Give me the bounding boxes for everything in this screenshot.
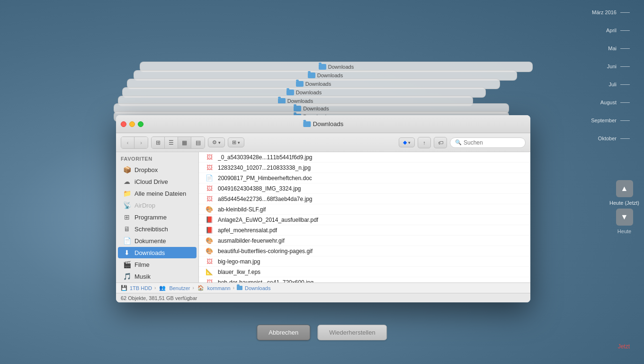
file-item[interactable]: 🎨 beautiful-butterflies-coloring-pages.g… bbox=[199, 246, 530, 256]
scroll-down-button[interactable]: ▼ bbox=[616, 209, 633, 226]
file-item[interactable]: 📕 Anlage2A_EuWO_2014_ausfuellbar.pdf bbox=[199, 215, 530, 225]
file-icon-jpg: 🖼 bbox=[205, 279, 214, 282]
breadcrumb-user[interactable]: kornmann bbox=[207, 285, 231, 291]
sidebar-label-musik: Musik bbox=[134, 273, 151, 280]
sidebar-item-programme[interactable]: ⊞ Programme bbox=[118, 211, 197, 223]
arrange-button[interactable]: ⊞ ▾ bbox=[228, 137, 244, 147]
file-item[interactable]: 🖼 big-lego-man.jpg bbox=[199, 256, 530, 267]
file-name: _0_a543039428e...111b5441f6d9.jpg bbox=[218, 154, 313, 161]
wiederherstellen-button[interactable]: Wiederherstellen bbox=[317, 325, 387, 340]
sidebar-item-icloud[interactable]: ☁ iCloud Drive bbox=[118, 176, 197, 187]
file-name: 12832340_10207...210833338_n.jpg bbox=[218, 164, 311, 171]
timeline-label-juli: Juli bbox=[608, 82, 617, 87]
benutzer-icon: 👥 bbox=[158, 285, 167, 291]
timeline-label-mai: Mai bbox=[608, 46, 617, 51]
action-menu-button[interactable]: ⚙ ▾ bbox=[208, 137, 225, 147]
file-item[interactable]: 🎨 ab-kleinbild-SLF.gif bbox=[199, 204, 530, 215]
timeline-item: Oktober bbox=[587, 136, 644, 141]
cover-flow-button[interactable]: ▤ bbox=[191, 137, 205, 148]
hdd-icon: 💾 bbox=[121, 285, 127, 291]
dropbox-icon: 📦 bbox=[123, 166, 131, 173]
desktop-icon: 🖥 bbox=[123, 225, 131, 233]
abbrechen-button[interactable]: Abbrechen bbox=[257, 325, 310, 340]
sidebar-item-musik[interactable]: 🎵 Musik bbox=[118, 271, 197, 282]
folder-icon bbox=[308, 73, 315, 78]
back-button[interactable]: ‹ bbox=[121, 137, 134, 148]
timeline-label-april: April bbox=[606, 27, 617, 33]
breadcrumb-hdd[interactable]: 1TB HDD bbox=[130, 285, 152, 291]
breadcrumb-benutzer[interactable]: Benutzer bbox=[169, 285, 190, 291]
arrange-icon: ⊞ bbox=[232, 139, 236, 146]
timeline-label-september: September bbox=[591, 118, 617, 123]
file-icon-jpg: 🖼 bbox=[205, 195, 214, 202]
downloads-folder-icon bbox=[237, 286, 242, 290]
dropbox-share-button[interactable]: ◆ ▾ bbox=[399, 137, 415, 147]
gear-icon: ⚙ bbox=[212, 139, 217, 146]
timeline-line bbox=[620, 138, 630, 139]
breadcrumb-bar: 💾 1TB HDD › 👥 Benutzer › 🏠 kornmann › Do… bbox=[116, 282, 530, 293]
file-item[interactable]: 🖼 _0_a543039428e...111b5441f6d9.jpg bbox=[199, 152, 530, 163]
file-item[interactable]: 🎨 ausmalbilder-feuerwehr.gif bbox=[199, 236, 530, 246]
tag-button[interactable]: 🏷 bbox=[434, 137, 447, 148]
file-name: bob-der-baumeist...ce41_720x600.jpg bbox=[218, 279, 313, 283]
search-box: 🔍 bbox=[450, 137, 526, 148]
sidebar-item-filme[interactable]: 🎬 Filme bbox=[118, 259, 197, 270]
arrange-arrow-icon: ▾ bbox=[238, 140, 240, 145]
timeline-line bbox=[620, 120, 630, 121]
sidebar-item-dropbox[interactable]: 📦 Dropbox bbox=[118, 164, 197, 175]
timeline-label-juni: Juni bbox=[607, 64, 617, 69]
list-view-button[interactable]: ☰ bbox=[165, 137, 178, 148]
file-icon-gif: 🎨 bbox=[205, 237, 214, 244]
breadcrumb-downloads[interactable]: Downloads bbox=[245, 285, 270, 291]
minimize-button[interactable] bbox=[129, 121, 135, 127]
file-item[interactable]: 🖼 a85d4454e22736...68f3aeb4da7e.jpg bbox=[199, 194, 530, 204]
sidebar-label-dokumente: Dokumente bbox=[134, 237, 166, 245]
file-icon-gif: 🎨 bbox=[205, 206, 214, 213]
file-name: ab-kleinbild-SLF.gif bbox=[218, 206, 266, 213]
status-text: 62 Objekte, 381,51 GB verfügbar bbox=[121, 295, 197, 301]
airdrop-icon: 📡 bbox=[123, 201, 131, 209]
file-name: beautiful-butterflies-coloring-pages.gif bbox=[218, 248, 313, 255]
search-input[interactable] bbox=[464, 139, 520, 146]
sidebar-item-dokumente[interactable]: 📄 Dokumente bbox=[118, 235, 197, 246]
share-button[interactable]: ↑ bbox=[418, 137, 431, 148]
window-title: Downloads bbox=[313, 120, 343, 127]
timeline-item: Juni bbox=[587, 64, 644, 69]
timeline-item: Juli bbox=[587, 82, 644, 87]
search-icon: 🔍 bbox=[455, 139, 462, 146]
downloads-icon: ⬇ bbox=[123, 249, 131, 256]
file-item[interactable]: 📕 apfel_moehrensalat.pdf bbox=[199, 225, 530, 236]
icloud-icon: ☁ bbox=[123, 178, 131, 185]
timeline-line bbox=[620, 12, 630, 13]
sidebar-label-dropbox: Dropbox bbox=[134, 166, 158, 173]
sidebar-item-alle[interactable]: 📁 Alle meine Dateien bbox=[118, 188, 197, 199]
timeline-item: August bbox=[587, 100, 644, 105]
nav-buttons: ‹ › bbox=[121, 136, 148, 149]
scroll-up-button[interactable]: ▲ bbox=[616, 180, 633, 197]
column-view-button[interactable]: ▦ bbox=[178, 137, 191, 148]
forward-button[interactable]: › bbox=[134, 137, 148, 148]
icon-view-button[interactable]: ⊞ bbox=[152, 137, 165, 148]
folder-icon-title bbox=[303, 121, 311, 127]
close-button[interactable] bbox=[121, 121, 126, 127]
sidebar-item-downloads[interactable]: ⬇ Downloads bbox=[118, 247, 197, 258]
maximize-button[interactable] bbox=[138, 121, 143, 127]
file-item[interactable]: 🖼 12832340_10207...210833338_n.jpg bbox=[199, 163, 530, 173]
sidebar-item-schreibtisch[interactable]: 🖥 Schreibtisch bbox=[118, 223, 197, 235]
timeline-label-oktober: Oktober bbox=[598, 136, 617, 141]
file-item[interactable]: 📐 blauer_lkw_f.eps bbox=[199, 267, 530, 277]
file-name: Anlage2A_EuWO_2014_ausfuellbar.pdf bbox=[218, 217, 318, 223]
sidebar-item-airdrop[interactable]: 📡 AirDrop bbox=[118, 200, 197, 211]
file-item[interactable]: 📄 20090817_PM_Himbeerheftchen.doc bbox=[199, 173, 530, 183]
user-icon: 🏠 bbox=[197, 285, 205, 291]
timeline-line bbox=[620, 102, 630, 103]
finder-titlebar: Downloads bbox=[116, 115, 530, 133]
file-name: 00491624304388_IMG_3324.jpg bbox=[218, 185, 301, 192]
file-item[interactable]: 🖼 bob-der-baumeist...ce41_720x600.jpg bbox=[199, 277, 530, 282]
file-item[interactable]: 🖼 00491624304388_IMG_3324.jpg bbox=[199, 183, 530, 194]
dokumente-icon: 📄 bbox=[123, 237, 131, 245]
timeline-line bbox=[620, 66, 630, 67]
action-arrow-icon: ▾ bbox=[218, 140, 221, 145]
file-list: 🖼 _0_a543039428e...111b5441f6d9.jpg 🖼 12… bbox=[199, 152, 530, 282]
file-name: 20090817_PM_Himbeerheftchen.doc bbox=[218, 175, 312, 182]
